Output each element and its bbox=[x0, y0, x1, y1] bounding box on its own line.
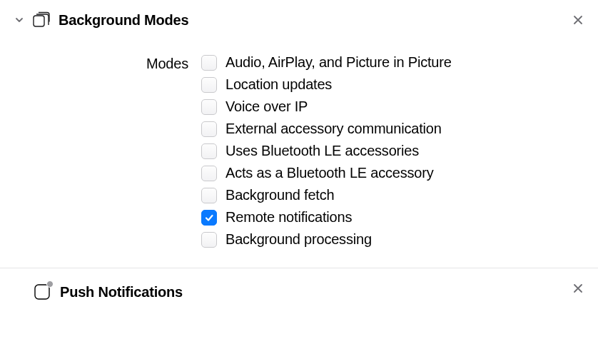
mode-label: Location updates bbox=[225, 76, 332, 93]
panel-title: Background Modes bbox=[59, 12, 188, 29]
svg-rect-0 bbox=[34, 16, 44, 26]
background-modes-icon bbox=[31, 10, 51, 30]
checkbox[interactable] bbox=[201, 121, 217, 137]
checkbox[interactable] bbox=[201, 55, 217, 71]
checkbox[interactable] bbox=[201, 232, 217, 248]
checkbox[interactable] bbox=[201, 210, 217, 226]
checkbox[interactable] bbox=[201, 143, 217, 159]
checkbox[interactable] bbox=[201, 188, 217, 203]
checkbox[interactable] bbox=[201, 166, 217, 181]
mode-row: Voice over IP bbox=[201, 98, 452, 115]
capability-panel-push-notifications: Push Notifications bbox=[0, 268, 598, 313]
panel-header: Background Modes bbox=[0, 0, 598, 37]
mode-row: Uses Bluetooth LE accessories bbox=[201, 143, 452, 159]
mode-label: External accessory communication bbox=[225, 121, 442, 137]
modes-list: Audio, AirPlay, and Picture in PictureLo… bbox=[201, 54, 452, 248]
mode-label: Acts as a Bluetooth LE accessory bbox=[225, 165, 434, 181]
modes-body: Modes Audio, AirPlay, and Picture in Pic… bbox=[0, 37, 598, 268]
modes-label: Modes bbox=[14, 54, 188, 72]
mode-label: Remote notifications bbox=[225, 209, 352, 226]
mode-row: Background processing bbox=[201, 231, 452, 248]
mode-row: Background fetch bbox=[201, 187, 452, 203]
mode-row: Location updates bbox=[201, 76, 452, 93]
mode-row: Acts as a Bluetooth LE accessory bbox=[201, 165, 452, 181]
mode-row: External accessory communication bbox=[201, 121, 452, 137]
checkbox[interactable] bbox=[201, 99, 217, 115]
mode-label: Background processing bbox=[225, 231, 372, 248]
mode-row: Audio, AirPlay, and Picture in Picture bbox=[201, 54, 452, 71]
mode-label: Background fetch bbox=[225, 187, 334, 203]
mode-label: Uses Bluetooth LE accessories bbox=[225, 143, 419, 159]
push-notifications-icon bbox=[31, 281, 53, 303]
chevron-down-icon[interactable] bbox=[13, 14, 26, 26]
capability-panel-background-modes: Background Modes Modes Audio, AirPlay, a… bbox=[0, 0, 598, 268]
close-icon[interactable] bbox=[569, 11, 587, 29]
panel-header: Push Notifications bbox=[0, 268, 598, 313]
mode-label: Audio, AirPlay, and Picture in Picture bbox=[225, 54, 452, 71]
checkbox[interactable] bbox=[201, 77, 217, 93]
mode-label: Voice over IP bbox=[225, 98, 308, 115]
close-icon[interactable] bbox=[569, 280, 587, 297]
mode-row: Remote notifications bbox=[201, 209, 452, 226]
panel-title: Push Notifications bbox=[60, 284, 183, 300]
